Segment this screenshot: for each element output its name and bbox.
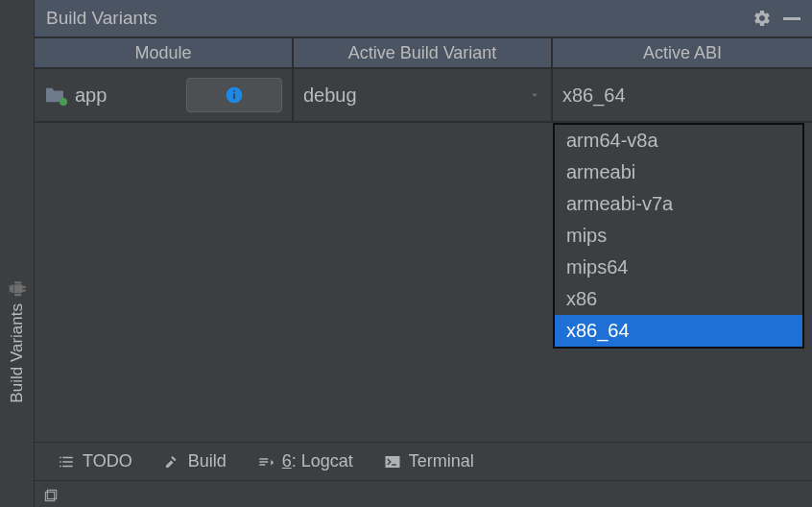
abi-option[interactable]: mips (555, 220, 802, 252)
body-area: arm64-v8a armeabi armeabi-v7a mips mips6… (35, 123, 812, 442)
gear-icon[interactable] (752, 9, 772, 28)
hammer-icon (163, 453, 180, 471)
svg-rect-1 (233, 93, 235, 99)
info-icon (225, 85, 244, 105)
logcat-icon (257, 453, 275, 471)
android-icon (9, 280, 26, 298)
main-panel: Build Variants Module Active Build Varia… (35, 0, 812, 507)
abi-dropdown[interactable]: x86_64 (553, 69, 812, 121)
abi-option[interactable]: armeabi (555, 157, 802, 188)
panel-title: Build Variants (46, 8, 157, 29)
minimize-icon[interactable] (783, 17, 800, 20)
abi-dropdown-popup: arm64-v8a armeabi armeabi-v7a mips mips6… (553, 123, 804, 349)
module-name: app (75, 84, 107, 107)
svg-rect-4 (45, 492, 54, 500)
table-row: app debug x86_64 (35, 69, 812, 123)
svg-rect-3 (47, 490, 56, 498)
bottom-tool-bar: TODO Build 6: Logcat Terminal (35, 442, 812, 480)
tool-todo[interactable]: TODO (58, 451, 132, 471)
column-headers: Module Active Build Variant Active ABI (35, 38, 812, 69)
vertical-tab-label: Build Variants (8, 273, 27, 411)
abi-option-selected[interactable]: x86_64 (555, 315, 802, 347)
vertical-tab-build-variants[interactable]: Build Variants (0, 0, 35, 507)
abi-option[interactable]: arm64-v8a (555, 125, 802, 157)
window-icon[interactable] (44, 487, 60, 502)
column-header-module: Module (35, 38, 294, 67)
svg-rect-2 (233, 90, 235, 92)
column-header-abi: Active ABI (553, 38, 812, 67)
abi-option[interactable]: x86 (555, 283, 802, 315)
abi-option[interactable]: mips64 (555, 252, 802, 283)
status-bar (35, 480, 812, 507)
tool-logcat[interactable]: 6: Logcat (257, 451, 353, 471)
info-button[interactable] (186, 78, 282, 112)
cell-module: app (35, 69, 294, 121)
abi-value: x86_64 (562, 84, 626, 107)
variant-dropdown[interactable]: debug (294, 69, 553, 121)
terminal-icon (384, 453, 401, 471)
panel-header-actions (752, 9, 800, 28)
tool-build[interactable]: Build (163, 451, 227, 471)
column-header-variant: Active Build Variant (294, 38, 553, 67)
tool-terminal[interactable]: Terminal (384, 451, 474, 471)
chevron-down-icon (528, 88, 541, 102)
abi-option[interactable]: armeabi-v7a (555, 188, 802, 220)
variant-value: debug (303, 84, 357, 107)
module-folder-icon (44, 86, 65, 104)
list-icon (58, 453, 75, 471)
panel-header: Build Variants (35, 0, 812, 38)
